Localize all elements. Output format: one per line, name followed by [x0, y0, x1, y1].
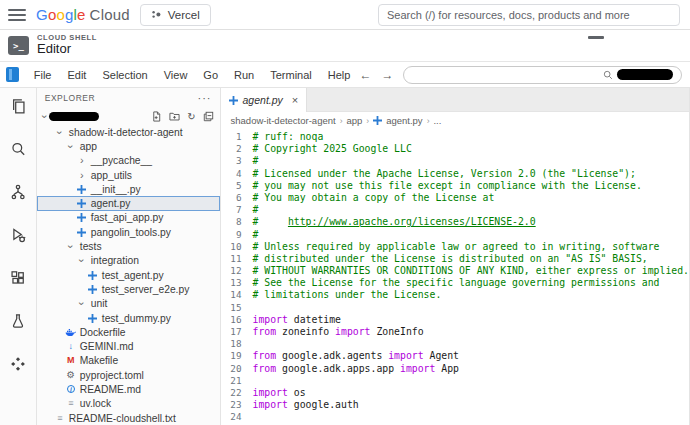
makefile-icon-slot: M — [65, 356, 77, 365]
close-icon[interactable]: × — [292, 94, 298, 106]
tree-item-test-agent-py[interactable]: test_agent.py — [37, 268, 220, 282]
tree-item-readme-cloudshell-txt[interactable]: ≡README-cloudshell.txt — [37, 411, 220, 425]
menu-terminal[interactable]: Terminal — [263, 66, 319, 84]
code-line-23[interactable]: 23import google.auth — [221, 399, 689, 411]
code-line-8[interactable]: 8# http://www.apache.org/licenses/LICENS… — [221, 216, 689, 228]
code-line-4[interactable]: 4# Licensed under the Apache License, Ve… — [221, 168, 689, 180]
tree-item-agent-py[interactable]: agent.py — [37, 196, 220, 210]
python-icon-slot — [76, 185, 88, 194]
run-debug-icon[interactable] — [10, 227, 26, 243]
code-line-6[interactable]: 6# You may obtain a copy of the License … — [221, 192, 689, 204]
lines-icon-slot: ≡ — [54, 414, 66, 423]
tree-item-app[interactable]: ›app — [37, 139, 220, 153]
nav-forward-icon[interactable]: → — [381, 68, 393, 82]
code-line-1[interactable]: 1# ruff: noqa — [221, 131, 689, 143]
tree-item-integration[interactable]: ›integration — [37, 254, 220, 268]
line-number: 12 — [221, 265, 253, 277]
menu-go[interactable]: Go — [196, 66, 225, 84]
text-file-icon: ≡ — [57, 414, 62, 423]
code-line-text: # — [253, 204, 259, 216]
hamburger-menu-icon[interactable] — [8, 6, 26, 24]
refresh-icon[interactable]: ↻ — [187, 112, 195, 122]
code-line-7[interactable]: 7# — [221, 204, 689, 216]
code-line-20[interactable]: 20from google.adk.apps.app import App — [221, 363, 689, 375]
breadcrumb-separator: › — [427, 116, 430, 126]
extensions-icon[interactable] — [10, 270, 26, 286]
tree-item-test-server-e2e-py[interactable]: test_server_e2e.py — [37, 282, 220, 296]
tree-item-label: test_agent.py — [102, 270, 164, 281]
tree-item-unit[interactable]: ›unit — [37, 297, 220, 311]
menu-view[interactable]: View — [157, 66, 195, 84]
command-search-box[interactable] — [403, 66, 682, 84]
menu-help[interactable]: Help — [321, 66, 358, 84]
tree-item-dockerfile[interactable]: Dockerfile — [37, 325, 220, 339]
code-line-18[interactable]: 18 — [221, 338, 689, 350]
minimize-icon[interactable] — [588, 36, 604, 39]
tree-item--init-py[interactable]: __init__.py — [37, 182, 220, 196]
chevron-down-icon: › — [65, 141, 77, 152]
project-picker-button[interactable]: Vercel — [140, 4, 211, 26]
code-line-17[interactable]: 17from zoneinfo import ZoneInfo — [221, 326, 689, 338]
code-line-24[interactable]: 24 — [221, 411, 689, 423]
tree-item-pyproject-toml[interactable]: ⚙pyproject.toml — [37, 368, 220, 382]
docker-icon-slot — [65, 328, 77, 337]
new-file-icon[interactable] — [151, 111, 162, 122]
tree-item-pangolin-tools-py[interactable]: pangolin_tools.py — [37, 225, 220, 239]
menu-selection[interactable]: Selection — [95, 66, 154, 84]
tree-item--pycache-[interactable]: ›__pycache__ — [37, 154, 220, 168]
code-line-11[interactable]: 11# distributed under the License is dis… — [221, 253, 689, 265]
code-line-12[interactable]: 12# WITHOUT WARRANTIES OR CONDITIONS OF … — [221, 265, 689, 277]
collapse-all-icon[interactable] — [203, 111, 214, 122]
workspace-root-row[interactable]: › ↻ — [37, 108, 220, 125]
code-line-5[interactable]: 5# you may not use this file except in c… — [221, 180, 689, 192]
code-line-16[interactable]: 16import datetime — [221, 314, 689, 326]
menu-run[interactable]: Run — [227, 66, 261, 84]
code-line-21[interactable]: 21 — [221, 375, 689, 387]
code-line-3[interactable]: 3# — [221, 155, 689, 167]
breadcrumb-item-app[interactable]: app — [346, 115, 362, 126]
breadcrumb-item-file[interactable]: agent.py — [386, 115, 422, 126]
breadcrumb-item-symbols[interactable]: ... — [433, 115, 441, 126]
search-icon[interactable] — [10, 141, 26, 157]
tab-label: agent.py — [243, 94, 283, 106]
python-file-icon — [88, 271, 97, 280]
tree-item-app-utils[interactable]: ›app_utils — [37, 168, 220, 182]
tree-item-readme-md[interactable]: iREADME.md — [37, 382, 220, 396]
code-line-14[interactable]: 14# limitations under the License. — [221, 289, 689, 301]
tree-item-test-dummy-py[interactable]: test_dummy.py — [37, 311, 220, 325]
menu-file[interactable]: File — [27, 66, 59, 84]
code-line-2[interactable]: 2# Copyright 2025 Google LLC — [221, 143, 689, 155]
code-editor[interactable]: 1# ruff: noqa2# Copyright 2025 Google LL… — [221, 129, 689, 425]
new-folder-icon[interactable] — [169, 111, 180, 122]
gemini-diamonds-icon[interactable] — [10, 356, 26, 372]
code-line-13[interactable]: 13# See the License for the specific lan… — [221, 277, 689, 289]
tab-agent-py[interactable]: agent.py × — [221, 88, 308, 112]
gcp-search-input[interactable] — [378, 4, 680, 26]
testing-beaker-icon[interactable] — [10, 313, 26, 329]
code-line-9[interactable]: 9# — [221, 229, 689, 241]
tree-item-fast-api-app-py[interactable]: fast_api_app.py — [37, 211, 220, 225]
explorer-more-actions-icon[interactable]: ··· — [198, 92, 212, 104]
python-file-icon — [373, 116, 382, 125]
line-number: 10 — [221, 241, 253, 253]
gear-icon-slot: ⚙ — [65, 370, 77, 380]
tree-item-uv-lock[interactable]: ≡uv.lock — [37, 397, 220, 411]
python-file-icon — [88, 314, 97, 323]
tree-item-shadow-it-detector-agent[interactable]: ›shadow-it-detector-agent — [37, 125, 220, 139]
code-line-19[interactable]: 19from google.adk.agents import Agent — [221, 350, 689, 362]
tree-item-tests[interactable]: ›tests — [37, 239, 220, 253]
page-title: Editor — [37, 42, 97, 56]
explorer-icon[interactable] — [10, 98, 26, 114]
code-line-15[interactable]: 15 — [221, 302, 689, 314]
menu-edit[interactable]: Edit — [60, 66, 93, 84]
tree-item-makefile[interactable]: MMakefile — [37, 354, 220, 368]
nav-back-icon[interactable]: ← — [359, 68, 371, 82]
line-number: 22 — [221, 387, 253, 399]
python-icon-slot — [76, 213, 88, 222]
tree-item-gemini-md[interactable]: ↓GEMINI.md — [37, 339, 220, 353]
tree-item-label: README-cloudshell.txt — [69, 413, 176, 424]
breadcrumb-item-root[interactable]: shadow-it-detector-agent — [231, 115, 336, 126]
code-line-22[interactable]: 22import os — [221, 387, 689, 399]
source-control-icon[interactable] — [10, 184, 26, 200]
code-line-10[interactable]: 10# Unless required by applicable law or… — [221, 241, 689, 253]
